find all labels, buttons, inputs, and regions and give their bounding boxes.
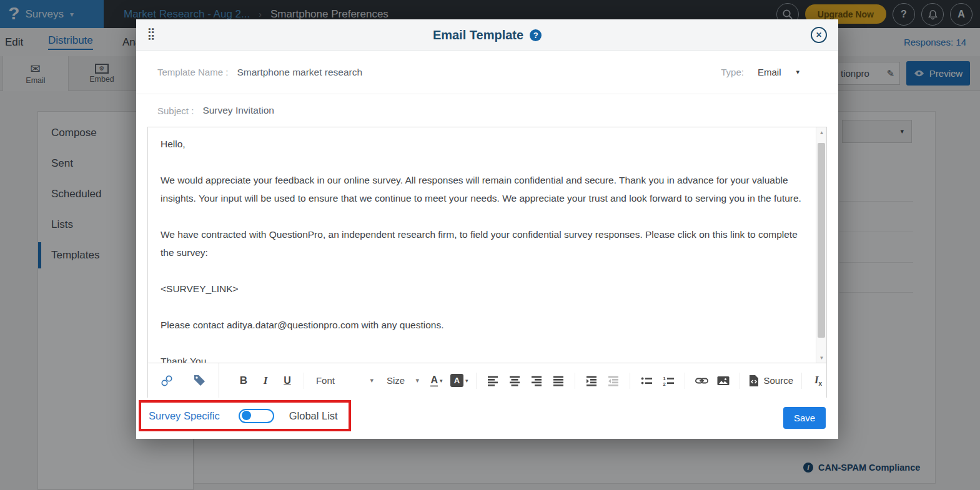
screen: ? Surveys ▾ Market Research - Aug 2... ›…: [0, 0, 980, 490]
bulleted-list-button[interactable]: [638, 371, 655, 390]
align-right-icon: [531, 375, 542, 386]
type-selected-value: Email: [758, 67, 781, 77]
align-left-icon: [487, 375, 498, 386]
editor-toolbar: B I U Font ▾ Size ▾ A ▾: [148, 363, 826, 398]
align-center-button[interactable]: [507, 371, 523, 390]
remove-format-icon: Ix: [814, 374, 822, 387]
source-label: Source: [763, 375, 793, 386]
scroll-up-icon[interactable]: ▲: [816, 127, 827, 137]
toolbar-format-group: B I U Font ▾ Size ▾ A ▾: [219, 371, 826, 390]
toolbar-divider: [740, 373, 740, 389]
font-family-select[interactable]: Font ▾: [312, 375, 377, 386]
text-color-button[interactable]: A ▾: [428, 371, 445, 390]
template-name-row: Template Name : Smartphone market resear…: [136, 51, 838, 94]
increase-indent-button[interactable]: [583, 371, 600, 390]
background-color-button[interactable]: A ▾: [450, 371, 468, 390]
toolbar-divider: [685, 373, 685, 389]
subject-row: Subject : Survey Invitation: [136, 94, 838, 127]
toolbar-divider: [575, 373, 575, 389]
toolbar-divider: [801, 373, 802, 389]
bold-button[interactable]: B: [235, 371, 252, 390]
align-justify-button[interactable]: [550, 371, 567, 390]
modal-title: Email Template: [433, 28, 523, 42]
list-scope-toggle[interactable]: [239, 409, 274, 423]
font-size-select[interactable]: Size ▾: [383, 375, 423, 386]
type-group: Type: Email ▾: [721, 67, 817, 77]
scroll-down-icon[interactable]: ▼: [816, 353, 827, 363]
align-center-icon: [509, 375, 520, 386]
link-icon: [695, 375, 708, 387]
font-size-value: Size: [387, 375, 405, 386]
toolbar-divider: [630, 373, 630, 389]
subject-input[interactable]: Survey Invitation: [202, 105, 274, 116]
numbered-list-button[interactable]: 12: [660, 371, 676, 390]
insert-link-button[interactable]: [693, 371, 710, 390]
save-label: Save: [794, 413, 815, 423]
chevron-down-icon: ▾: [465, 378, 468, 384]
close-icon: ✕: [816, 31, 822, 39]
indent-decrease-icon: [608, 375, 619, 386]
email-body-textarea[interactable]: Hello, We would appreciate your feedback…: [148, 127, 816, 363]
type-label: Type:: [721, 67, 744, 77]
insert-image-button[interactable]: [715, 371, 731, 390]
indent-increase-icon: [586, 375, 597, 386]
annotation-highlight-box: Survey Specific Global List: [139, 400, 351, 431]
email-template-modal: ⣿ Email Template ? ✕ Template Name : Sma…: [136, 19, 838, 439]
decrease-indent-button[interactable]: [605, 371, 621, 390]
save-button[interactable]: Save: [783, 407, 826, 429]
chevron-down-icon: ▾: [370, 376, 374, 385]
survey-link-button[interactable]: [159, 371, 175, 390]
source-button[interactable]: Source: [748, 371, 793, 390]
toggle-knob: [242, 411, 251, 420]
background-color-icon: A: [450, 374, 463, 387]
help-icon[interactable]: ?: [530, 29, 542, 41]
type-select[interactable]: Email ▾: [758, 67, 799, 77]
numbered-list-icon: 12: [663, 375, 674, 386]
scrollbar-thumb[interactable]: [818, 143, 825, 338]
text-color-icon: A: [430, 375, 438, 387]
toolbar-divider: [304, 373, 304, 389]
align-right-button[interactable]: [528, 371, 545, 390]
chevron-down-icon: ▾: [440, 378, 443, 384]
tag-icon: [194, 375, 205, 386]
close-button[interactable]: ✕: [811, 27, 827, 43]
email-body-editor: Hello, We would appreciate your feedback…: [147, 127, 827, 398]
align-left-button[interactable]: [485, 371, 501, 390]
template-name-label: Template Name :: [157, 67, 228, 77]
modal-header: ⣿ Email Template ? ✕: [136, 19, 838, 51]
chevron-down-icon: ▾: [796, 68, 799, 76]
subject-label: Subject :: [157, 105, 194, 116]
global-list-label: Global List: [289, 410, 338, 422]
svg-text:2: 2: [663, 381, 666, 386]
toolbar-divider: [476, 373, 477, 389]
bulleted-list-icon: [641, 375, 652, 386]
align-justify-icon: [553, 375, 564, 386]
image-icon: [717, 375, 730, 386]
chevron-down-icon: ▾: [415, 376, 419, 385]
modal-title-row: Email Template ?: [136, 19, 838, 51]
underline-button[interactable]: U: [279, 371, 295, 390]
survey-specific-label: Survey Specific: [149, 410, 220, 422]
remove-format-button[interactable]: Ix: [810, 371, 826, 390]
merge-tag-button[interactable]: [191, 371, 207, 390]
source-icon: [748, 375, 760, 387]
template-name-input[interactable]: Smartphone market research: [237, 67, 362, 78]
svg-text:1: 1: [663, 376, 666, 381]
editor-scrollbar[interactable]: ▲ ▼: [816, 127, 826, 363]
toolbar-insert-group: [148, 363, 219, 398]
chain-rings-icon: [161, 375, 173, 387]
italic-button[interactable]: I: [257, 371, 274, 390]
font-family-value: Font: [316, 375, 335, 386]
